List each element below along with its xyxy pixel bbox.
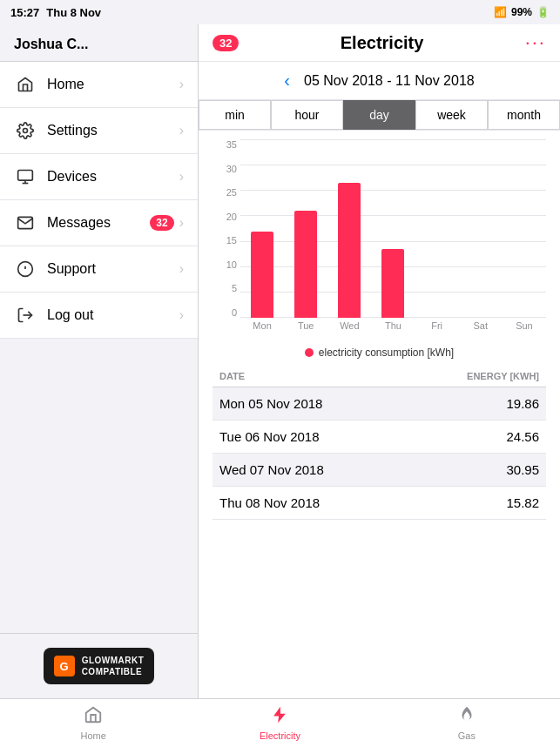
wifi-icon: 📶 [494, 6, 507, 18]
bottom-nav-icon-gas [457, 705, 476, 728]
tab-min[interactable]: min [199, 100, 271, 130]
sidebar-item-devices[interactable]: Devices › [0, 154, 198, 200]
status-time: 15:27 [10, 6, 39, 19]
svg-rect-1 [18, 171, 33, 181]
tab-day[interactable]: day [343, 100, 415, 130]
battery-icon: 🔋 [536, 6, 550, 18]
logout-icon [14, 304, 37, 326]
bottom-nav-home[interactable]: Home [0, 699, 186, 747]
table-header: DATE ENERGY [KWH] [213, 366, 546, 387]
table-rows: Mon 05 Nov 2018 19.86 Tue 06 Nov 2018 24… [213, 387, 546, 520]
bottom-nav-label-electricity: Electricity [260, 730, 300, 741]
nav-chevron-devices: › [179, 169, 184, 185]
table-row: Wed 07 Nov 2018 30.95 [213, 454, 546, 487]
status-indicators: 📶 99% 🔋 [494, 6, 550, 18]
tab-week[interactable]: week [415, 100, 488, 130]
bottom-nav-icon-electricity [270, 705, 289, 728]
app-container: Joshua C... Home › Settings › Devices › … [0, 24, 560, 698]
row-date: Wed 07 Nov 2018 [219, 462, 324, 477]
chart-bar [294, 211, 317, 318]
bottom-nav-label-home: Home [80, 730, 105, 741]
date-navigation: ‹ 05 Nov 2018 - 11 Nov 2018 [199, 62, 560, 100]
chart-x-label: Fri [415, 320, 459, 340]
row-value: 24.56 [506, 429, 539, 444]
messages-icon [14, 212, 37, 234]
table-row: Thu 08 Nov 2018 15.82 [213, 487, 546, 520]
bottom-nav-electricity[interactable]: Electricity [186, 699, 373, 747]
home-icon [14, 73, 37, 96]
row-value: 19.86 [506, 396, 539, 411]
chart-x-label: Thu [371, 320, 415, 340]
bottom-nav-gas[interactable]: Gas [374, 699, 560, 747]
sidebar-item-settings[interactable]: Settings › [0, 108, 198, 154]
more-icon[interactable]: ··· [525, 31, 546, 54]
row-date: Tue 06 Nov 2018 [219, 429, 320, 444]
chart-bar-group [327, 183, 371, 318]
table-header-energy: ENERGY [KWH] [467, 371, 539, 381]
chart-bars [240, 139, 546, 318]
settings-icon [14, 119, 37, 142]
chart-y-label: 30 [213, 164, 237, 174]
sidebar-user-name: Joshua C... [0, 24, 198, 62]
chart-y-label: 25 [213, 187, 237, 198]
chart-y-label: 10 [213, 259, 237, 270]
chart-legend: electricity consumption [kWh] [213, 340, 546, 366]
chart-bar [381, 249, 404, 318]
tab-month[interactable]: month [488, 100, 560, 130]
chart-x-labels: MonTueWedThuFriSatSun [240, 320, 546, 340]
nav-chevron-support: › [179, 261, 184, 277]
status-day: Thu 8 Nov [46, 6, 101, 19]
nav-badge-messages: 32 [150, 215, 173, 231]
support-icon [14, 258, 37, 280]
row-date: Thu 08 Nov 2018 [219, 495, 320, 510]
status-bar: 15:27 Thu 8 Nov 📶 99% 🔋 [0, 0, 560, 24]
sidebar-item-messages[interactable]: Messages 32 › [0, 200, 198, 246]
chart-bar [338, 183, 361, 318]
nav-chevron-home: › [179, 77, 184, 92]
chart-area: 05101520253035 MonTueWedThuFriSatSun ele… [199, 131, 560, 366]
devices-icon [14, 165, 37, 188]
svg-point-0 [24, 129, 28, 133]
legend-dot [305, 348, 314, 357]
chart-y-label: 15 [213, 235, 237, 246]
nav-label-devices: Devices [47, 169, 179, 185]
sidebar-item-logout[interactable]: Log out › [0, 293, 198, 339]
sidebar-item-home[interactable]: Home › [0, 62, 198, 108]
nav-label-home: Home [47, 77, 179, 92]
legend-label: electricity consumption [kWh] [319, 347, 454, 359]
nav-label-support: Support [47, 261, 179, 277]
sidebar: Joshua C... Home › Settings › Devices › … [0, 24, 199, 698]
main-content: 32 Electricity ··· ‹ 05 Nov 2018 - 11 No… [199, 24, 560, 698]
sidebar-item-support[interactable]: Support › [0, 246, 198, 293]
chart-y-label: 35 [213, 139, 237, 150]
chart-y-label: 5 [213, 283, 237, 293]
main-title: Electricity [341, 33, 424, 53]
chart-x-label: Sun [503, 320, 546, 340]
nav-label-settings: Settings [47, 123, 179, 138]
bottom-nav-icon-home [84, 705, 103, 728]
time-tabs: minhourdayweekmonth [199, 100, 560, 131]
table-header-date: DATE [219, 371, 245, 381]
data-table-container: DATE ENERGY [KWH] Mon 05 Nov 2018 19.86 … [199, 366, 560, 520]
tab-hour[interactable]: hour [271, 100, 343, 130]
row-value: 15.82 [506, 495, 539, 510]
prev-date-button[interactable]: ‹ [284, 71, 290, 91]
chart-x-label: Sat [459, 320, 503, 340]
table-row: Tue 06 Nov 2018 24.56 [213, 421, 546, 454]
chart-y-labels: 05101520253035 [213, 139, 237, 318]
nav-chevron-messages: › [179, 215, 184, 231]
notification-badge: 32 [213, 35, 239, 51]
chart-bar-group [284, 211, 327, 318]
chart-x-label: Tue [284, 320, 327, 340]
bottom-nav: Home Electricity Gas [0, 698, 560, 747]
row-date: Mon 05 Nov 2018 [219, 396, 322, 411]
chart-bar-group [371, 249, 415, 318]
nav-chevron-settings: › [179, 123, 184, 138]
main-header: 32 Electricity ··· [199, 24, 560, 62]
chart-bar-group [240, 232, 284, 318]
chart-container: 05101520253035 MonTueWedThuFriSatSun [213, 139, 546, 340]
chart-x-label: Mon [240, 320, 284, 340]
nav-label-messages: Messages [47, 215, 150, 231]
chart-y-label: 20 [213, 212, 237, 222]
chart-x-label: Wed [327, 320, 371, 340]
